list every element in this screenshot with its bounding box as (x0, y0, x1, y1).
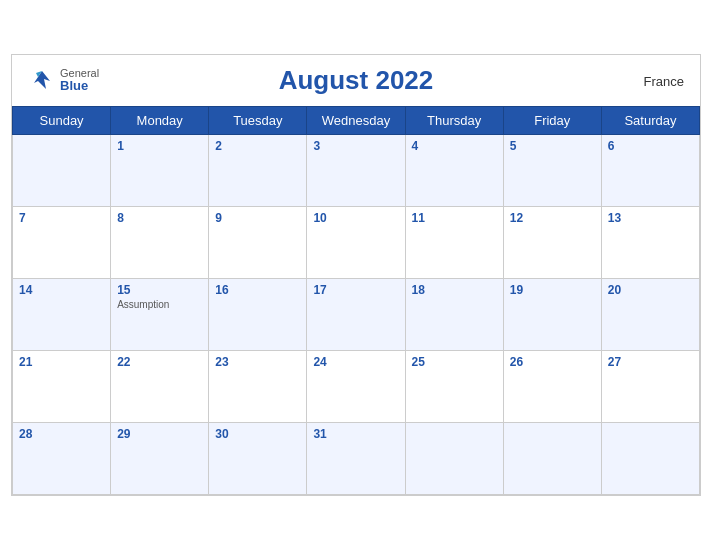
day-number: 23 (215, 355, 300, 369)
list-item: 5 (503, 135, 601, 207)
table-row: 28293031 (13, 423, 700, 495)
day-number: 8 (117, 211, 202, 225)
page-title: August 2022 (279, 65, 434, 96)
header-saturday: Saturday (601, 107, 699, 135)
logo-blue: Blue (60, 79, 99, 93)
list-item: 8 (111, 207, 209, 279)
calendar-table: Sunday Monday Tuesday Wednesday Thursday… (12, 106, 700, 495)
day-number: 28 (19, 427, 104, 441)
table-row: 21222324252627 (13, 351, 700, 423)
list-item (13, 135, 111, 207)
header-wednesday: Wednesday (307, 107, 405, 135)
day-number: 4 (412, 139, 497, 153)
header-thursday: Thursday (405, 107, 503, 135)
list-item: 1 (111, 135, 209, 207)
day-number: 19 (510, 283, 595, 297)
day-number: 26 (510, 355, 595, 369)
day-event: Assumption (117, 299, 202, 310)
list-item: 20 (601, 279, 699, 351)
logo: General Blue (28, 67, 99, 95)
list-item: 10 (307, 207, 405, 279)
day-number: 22 (117, 355, 202, 369)
list-item: 24 (307, 351, 405, 423)
list-item (405, 423, 503, 495)
list-item: 2 (209, 135, 307, 207)
day-number: 12 (510, 211, 595, 225)
weekday-header-row: Sunday Monday Tuesday Wednesday Thursday… (13, 107, 700, 135)
logo-text: General Blue (60, 67, 99, 93)
day-number: 15 (117, 283, 202, 297)
table-row: 123456 (13, 135, 700, 207)
header-friday: Friday (503, 107, 601, 135)
list-item: 4 (405, 135, 503, 207)
day-number: 18 (412, 283, 497, 297)
calendar-header: General Blue August 2022 France (12, 55, 700, 106)
header-sunday: Sunday (13, 107, 111, 135)
list-item: 17 (307, 279, 405, 351)
list-item: 29 (111, 423, 209, 495)
day-number: 7 (19, 211, 104, 225)
list-item: 13 (601, 207, 699, 279)
day-number: 20 (608, 283, 693, 297)
list-item: 21 (13, 351, 111, 423)
day-number: 24 (313, 355, 398, 369)
list-item: 7 (13, 207, 111, 279)
list-item: 3 (307, 135, 405, 207)
day-number: 14 (19, 283, 104, 297)
table-row: 78910111213 (13, 207, 700, 279)
day-number: 5 (510, 139, 595, 153)
day-number: 31 (313, 427, 398, 441)
day-number: 9 (215, 211, 300, 225)
list-item (503, 423, 601, 495)
list-item: 18 (405, 279, 503, 351)
list-item: 19 (503, 279, 601, 351)
day-number: 13 (608, 211, 693, 225)
day-number: 30 (215, 427, 300, 441)
list-item: 14 (13, 279, 111, 351)
calendar: General Blue August 2022 France Sunday M… (11, 54, 701, 496)
list-item: 28 (13, 423, 111, 495)
list-item: 30 (209, 423, 307, 495)
table-row: 1415Assumption1617181920 (13, 279, 700, 351)
list-item: 23 (209, 351, 307, 423)
list-item: 9 (209, 207, 307, 279)
logo-bird-icon (28, 67, 56, 95)
list-item: 11 (405, 207, 503, 279)
day-number: 29 (117, 427, 202, 441)
header-tuesday: Tuesday (209, 107, 307, 135)
list-item: 31 (307, 423, 405, 495)
list-item: 12 (503, 207, 601, 279)
day-number: 6 (608, 139, 693, 153)
list-item (601, 423, 699, 495)
list-item: 27 (601, 351, 699, 423)
day-number: 16 (215, 283, 300, 297)
country-label: France (644, 73, 684, 88)
day-number: 27 (608, 355, 693, 369)
day-number: 1 (117, 139, 202, 153)
list-item: 26 (503, 351, 601, 423)
list-item: 15Assumption (111, 279, 209, 351)
header-monday: Monday (111, 107, 209, 135)
list-item: 16 (209, 279, 307, 351)
day-number: 3 (313, 139, 398, 153)
day-number: 17 (313, 283, 398, 297)
list-item: 25 (405, 351, 503, 423)
day-number: 2 (215, 139, 300, 153)
day-number: 10 (313, 211, 398, 225)
list-item: 22 (111, 351, 209, 423)
day-number: 25 (412, 355, 497, 369)
day-number: 11 (412, 211, 497, 225)
day-number: 21 (19, 355, 104, 369)
list-item: 6 (601, 135, 699, 207)
